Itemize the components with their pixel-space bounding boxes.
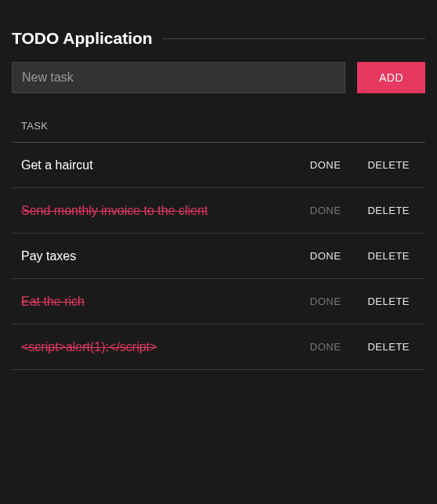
task-table: TASK Get a haircutDONEDELETESend monthly… [12, 109, 425, 370]
done-button[interactable]: DONE [304, 247, 348, 265]
task-row: Get a haircutDONEDELETE [12, 143, 425, 188]
table-header: TASK [12, 109, 425, 143]
task-text: Pay taxes [21, 249, 304, 263]
task-text: <script>alert(1);</script> [21, 340, 304, 354]
task-list: Get a haircutDONEDELETESend monthly invo… [12, 143, 425, 370]
task-text: Eat the rich [21, 295, 304, 309]
done-button[interactable]: DONE [304, 201, 348, 219]
done-button[interactable]: DONE [304, 338, 348, 356]
title-divider [162, 38, 425, 39]
delete-button[interactable]: DELETE [361, 338, 416, 356]
task-text: Get a haircut [21, 158, 304, 172]
input-row: ADD [12, 62, 425, 93]
task-row: <script>alert(1);</script>DONEDELETE [12, 325, 425, 370]
task-row: Send monthly invoice to the clientDONEDE… [12, 188, 425, 234]
done-button[interactable]: DONE [304, 292, 348, 310]
page-title: TODO Application [12, 29, 153, 48]
delete-button[interactable]: DELETE [361, 292, 416, 310]
task-row: Eat the richDONEDELETE [12, 279, 425, 325]
task-row: Pay taxesDONEDELETE [12, 234, 425, 279]
title-row: TODO Application [12, 29, 425, 48]
header-task-label: TASK [21, 120, 48, 132]
delete-button[interactable]: DELETE [361, 201, 416, 219]
new-task-input[interactable] [12, 62, 345, 93]
delete-button[interactable]: DELETE [361, 156, 416, 174]
add-button[interactable]: ADD [357, 62, 425, 93]
done-button[interactable]: DONE [304, 156, 348, 174]
task-text: Send monthly invoice to the client [21, 204, 304, 218]
delete-button[interactable]: DELETE [361, 247, 416, 265]
